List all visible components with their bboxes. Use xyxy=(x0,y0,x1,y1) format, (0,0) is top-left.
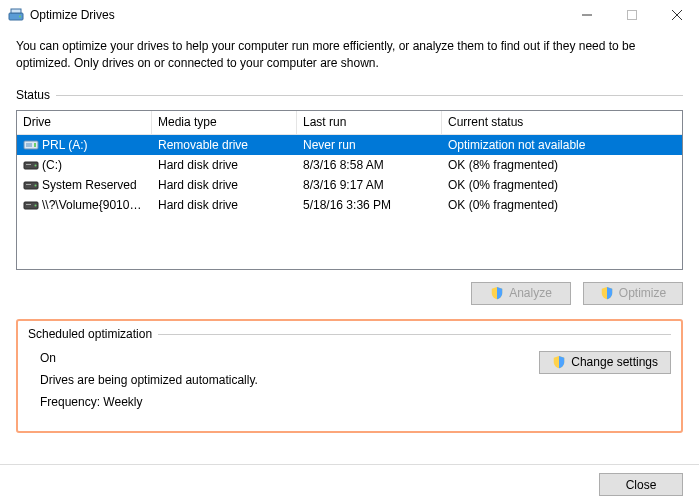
svg-rect-15 xyxy=(26,184,31,185)
shield-icon xyxy=(600,286,614,300)
drive-name: PRL (A:) xyxy=(42,138,88,152)
table-row[interactable]: PRL (A:)Removable driveNever runOptimiza… xyxy=(17,135,682,155)
media-type: Hard disk drive xyxy=(152,158,297,172)
column-drive[interactable]: Drive xyxy=(17,111,152,134)
footer: Close xyxy=(0,464,699,504)
svg-point-2 xyxy=(19,16,21,18)
svg-rect-8 xyxy=(26,143,32,147)
scheduled-heading: Scheduled optimization xyxy=(28,327,152,341)
shield-icon xyxy=(552,355,566,369)
table-row[interactable]: System ReservedHard disk drive8/3/16 9:1… xyxy=(17,175,682,195)
scheduled-optimization-panel: Scheduled optimization On Drives are bei… xyxy=(16,319,683,433)
description-text: You can optimize your drives to help you… xyxy=(16,38,683,72)
window-title: Optimize Drives xyxy=(30,8,564,22)
current-status: OK (8% fragmented) xyxy=(442,158,682,172)
media-type: Removable drive xyxy=(152,138,297,152)
close-label: Close xyxy=(626,478,657,492)
schedule-frequency: Frequency: Weekly xyxy=(40,395,258,409)
drive-icon xyxy=(23,178,39,192)
svg-point-11 xyxy=(35,164,37,166)
table-row[interactable]: \\?\Volume{90101b...Hard disk drive5/18/… xyxy=(17,195,682,215)
svg-rect-9 xyxy=(34,143,36,147)
change-settings-label: Change settings xyxy=(571,355,658,369)
minimize-button[interactable] xyxy=(564,0,609,30)
media-type: Hard disk drive xyxy=(152,198,297,212)
optimize-label: Optimize xyxy=(619,286,666,300)
svg-point-14 xyxy=(35,184,37,186)
divider xyxy=(56,95,683,96)
drives-table[interactable]: Drive Media type Last run Current status… xyxy=(16,110,683,270)
drive-icon xyxy=(23,138,39,152)
last-run: 5/18/16 3:36 PM xyxy=(297,198,442,212)
svg-rect-18 xyxy=(26,204,31,205)
svg-rect-4 xyxy=(627,11,636,20)
analyze-label: Analyze xyxy=(509,286,552,300)
maximize-button[interactable] xyxy=(609,0,654,30)
close-window-button[interactable] xyxy=(654,0,699,30)
current-status: Optimization not available xyxy=(442,138,682,152)
optimize-button[interactable]: Optimize xyxy=(583,282,683,305)
schedule-state: On xyxy=(40,351,258,365)
drive-icon xyxy=(23,198,39,212)
analyze-button[interactable]: Analyze xyxy=(471,282,571,305)
drive-name: System Reserved xyxy=(42,178,137,192)
app-icon xyxy=(8,7,24,23)
column-last-run[interactable]: Last run xyxy=(297,111,442,134)
divider xyxy=(158,334,671,335)
drive-name: \\?\Volume{90101b... xyxy=(42,198,152,212)
current-status: OK (0% fragmented) xyxy=(442,178,682,192)
svg-point-17 xyxy=(35,204,37,206)
shield-icon xyxy=(490,286,504,300)
svg-rect-1 xyxy=(11,9,21,13)
media-type: Hard disk drive xyxy=(152,178,297,192)
title-bar: Optimize Drives xyxy=(0,0,699,30)
drive-name: (C:) xyxy=(42,158,62,172)
table-row[interactable]: (C:)Hard disk drive8/3/16 8:58 AMOK (8% … xyxy=(17,155,682,175)
column-media-type[interactable]: Media type xyxy=(152,111,297,134)
table-header[interactable]: Drive Media type Last run Current status xyxy=(17,111,682,135)
last-run: 8/3/16 8:58 AM xyxy=(297,158,442,172)
drive-icon xyxy=(23,158,39,172)
status-section-label: Status xyxy=(16,88,50,102)
current-status: OK (0% fragmented) xyxy=(442,198,682,212)
svg-rect-12 xyxy=(26,164,31,165)
schedule-message: Drives are being optimized automatically… xyxy=(40,373,258,387)
change-settings-button[interactable]: Change settings xyxy=(539,351,671,374)
last-run: Never run xyxy=(297,138,442,152)
last-run: 8/3/16 9:17 AM xyxy=(297,178,442,192)
column-current-status[interactable]: Current status xyxy=(442,111,682,134)
close-button[interactable]: Close xyxy=(599,473,683,496)
